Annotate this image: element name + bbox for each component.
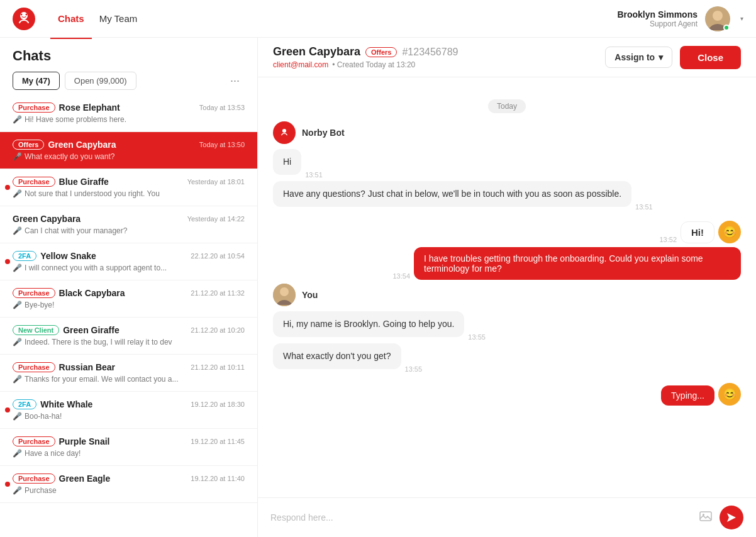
chat-list-item[interactable]: New Client Green Giraffe 21.12.20 at 10:… bbox=[0, 318, 257, 355]
sidebar-tab-row: My (47) Open (99,000) ··· bbox=[13, 72, 245, 90]
svg-point-7 bbox=[282, 129, 286, 133]
chat-item-preview: 🎤 Can I chat with your manager? bbox=[13, 226, 245, 235]
chat-item-left: Purchase Russian Bear bbox=[13, 362, 115, 372]
chat-id: #123456789 bbox=[402, 47, 458, 58]
svg-point-2 bbox=[21, 13, 23, 15]
user-name: Brooklyn Simmons bbox=[617, 9, 698, 19]
bot-msg-1-row: Hi 13:51 bbox=[273, 149, 741, 179]
chat-item-time: 21.12.20 at 11:32 bbox=[191, 289, 245, 297]
preview-text: Purchase bbox=[25, 486, 57, 495]
chat-list-item[interactable]: Green Capybara Yesterday at 14:22 🎤 Can … bbox=[0, 206, 257, 243]
badge-purchase: Purchase bbox=[13, 436, 55, 446]
chevron-down-icon[interactable]: ▾ bbox=[740, 15, 743, 22]
chat-list-item[interactable]: Offers Green Capybara Today at 13:50 🎤 W… bbox=[0, 132, 257, 169]
sidebar-title: Chats bbox=[13, 48, 245, 64]
svg-point-1 bbox=[20, 12, 28, 19]
close-chat-button[interactable]: Close bbox=[680, 46, 741, 69]
chat-list-item[interactable]: 2FA White Whale 19.12.20 at 18:30 🎤 Boo-… bbox=[0, 392, 257, 429]
you-msg-2-row: What exactly don't you get? 13:55 bbox=[273, 343, 741, 373]
mic-icon: 🎤 bbox=[13, 375, 22, 384]
user-role: Support Agent bbox=[617, 19, 698, 28]
chat-item-preview: 🎤 Have a nice day! bbox=[13, 449, 245, 458]
you-msg-1: Hi, my name is Brooklyn. Going to help y… bbox=[273, 311, 464, 337]
chat-item-preview: 🎤 Not sure that I understood you right. … bbox=[13, 189, 245, 198]
image-attach-button[interactable] bbox=[699, 510, 712, 526]
top-nav: Chats My Team Brooklyn Simmons Support A… bbox=[0, 0, 756, 38]
unread-indicator bbox=[5, 482, 10, 487]
tab-my[interactable]: My (47) bbox=[13, 72, 60, 90]
chat-item-time: 21.12.20 at 10:20 bbox=[191, 326, 245, 334]
chat-item-preview: 🎤 Thanks for your email. We will contact… bbox=[13, 375, 245, 384]
chat-input[interactable] bbox=[270, 512, 692, 523]
chat-list: Purchase Rose Elephant Today at 13:53 🎤 … bbox=[0, 95, 257, 537]
chat-item-top: Purchase Blue Giraffe Yesterday at 18:01 bbox=[13, 177, 245, 187]
chat-item-top: Purchase Black Capybara 21.12.20 at 11:3… bbox=[13, 288, 245, 298]
badge-purchase: Purchase bbox=[13, 102, 55, 113]
chat-item-preview: 🎤 Hi! Have some problems here. bbox=[13, 115, 245, 124]
chat-item-preview: 🎤 Purchase bbox=[13, 486, 245, 495]
chat-list-item[interactable]: Purchase Russian Bear 21.12.20 at 10:11 … bbox=[0, 355, 257, 392]
tab-chats[interactable]: Chats bbox=[50, 9, 92, 28]
chat-badge: Offers bbox=[365, 47, 397, 57]
chat-item-left: Purchase Rose Elephant bbox=[13, 102, 120, 113]
chat-item-left: Purchase Purple Snail bbox=[13, 436, 109, 446]
mic-icon: 🎤 bbox=[13, 152, 22, 161]
mic-icon: 🎤 bbox=[13, 189, 22, 198]
badge-purchase: Purchase bbox=[13, 473, 55, 484]
assign-to-button[interactable]: Assign to ▾ bbox=[605, 47, 672, 68]
mic-icon: 🎤 bbox=[13, 226, 22, 235]
chat-item-time: 21.12.20 at 10:11 bbox=[191, 363, 245, 371]
chat-item-top: New Client Green Giraffe 21.12.20 at 10:… bbox=[13, 325, 245, 335]
chat-item-left: Purchase Blue Giraffe bbox=[13, 177, 109, 187]
chat-item-time: 19.12.20 at 18:30 bbox=[191, 401, 245, 408]
more-options-button[interactable]: ··· bbox=[225, 73, 245, 89]
bot-msg-1: Hi bbox=[273, 149, 301, 175]
online-indicator bbox=[723, 25, 730, 31]
you-msg-2-time: 13:55 bbox=[405, 365, 423, 373]
chat-list-item[interactable]: Purchase Purple Snail 19.12.20 at 11:45 … bbox=[0, 429, 257, 466]
tab-open[interactable]: Open (99,000) bbox=[65, 72, 136, 90]
tab-myteam[interactable]: My Team bbox=[92, 9, 145, 28]
client-msg-bubble: I have troubles getting through the onbo… bbox=[414, 247, 741, 280]
chat-item-preview: 🎤 Boo-ha-ha! bbox=[13, 412, 245, 421]
contact-email[interactable]: client@mail.com bbox=[273, 60, 328, 69]
chat-item-name: Purple Snail bbox=[59, 436, 110, 446]
chat-item-preview: 🎤 Bye-bye! bbox=[13, 301, 245, 309]
preview-text: Indeed. There is the bug, I will relay i… bbox=[25, 338, 172, 346]
chat-item-name: Russian Bear bbox=[59, 362, 115, 372]
chat-item-name: Yellow Snake bbox=[40, 251, 96, 261]
chat-header-title: Green Capybara Offers #123456789 bbox=[273, 45, 458, 58]
chat-list-item[interactable]: Purchase Blue Giraffe Yesterday at 18:01… bbox=[0, 169, 257, 206]
chat-item-top: Purchase Rose Elephant Today at 13:53 bbox=[13, 102, 245, 113]
you-name: You bbox=[302, 290, 318, 300]
chat-created: • Created Today at 13:20 bbox=[332, 60, 415, 69]
chat-area: Green Capybara Offers #123456789 client@… bbox=[258, 38, 756, 537]
chat-item-top: Purchase Purple Snail 19.12.20 at 11:45 bbox=[13, 436, 245, 446]
typing-bubble: Typing... bbox=[661, 385, 714, 406]
bot-msg-2-row: Have any questions? Just chat in below, … bbox=[273, 181, 741, 211]
chat-item-top: Green Capybara Yesterday at 14:22 bbox=[13, 214, 245, 224]
mic-icon: 🎤 bbox=[13, 449, 22, 458]
chat-list-item[interactable]: 2FA Yellow Snake 22.12.20 at 10:54 🎤 I w… bbox=[0, 243, 257, 280]
chat-item-time: Yesterday at 14:22 bbox=[187, 215, 245, 223]
chat-item-time: Yesterday at 18:01 bbox=[187, 178, 245, 185]
you-msg-2: What exactly don't you get? bbox=[273, 343, 401, 369]
chat-list-item[interactable]: Purchase Rose Elephant Today at 13:53 🎤 … bbox=[0, 95, 257, 132]
preview-text: Can I chat with your manager? bbox=[25, 226, 127, 235]
chat-list-item[interactable]: Purchase Green Eagle 19.12.20 at 11:40 🎤… bbox=[0, 466, 257, 503]
send-button[interactable] bbox=[720, 506, 743, 529]
chat-contact-name: Green Capybara bbox=[273, 45, 360, 58]
chat-header-left: Green Capybara Offers #123456789 client@… bbox=[273, 45, 458, 69]
mic-icon: 🎤 bbox=[13, 338, 22, 346]
svg-point-5 bbox=[713, 11, 723, 21]
chat-list-item[interactable]: Purchase Black Capybara 21.12.20 at 11:3… bbox=[0, 280, 257, 318]
preview-text: Boo-ha-ha! bbox=[25, 412, 62, 421]
user-hi-bubble: Hi! bbox=[681, 221, 714, 243]
chat-item-left: Purchase Black Capybara bbox=[13, 288, 125, 298]
unread-indicator bbox=[5, 185, 10, 190]
typing-row: Typing... 😊 bbox=[273, 383, 741, 406]
user-hi-time: 13:52 bbox=[659, 236, 677, 243]
chat-item-name: Black Capybara bbox=[59, 288, 125, 298]
badge-newclient: New Client bbox=[13, 325, 59, 335]
chat-item-name: Green Giraffe bbox=[63, 325, 119, 335]
